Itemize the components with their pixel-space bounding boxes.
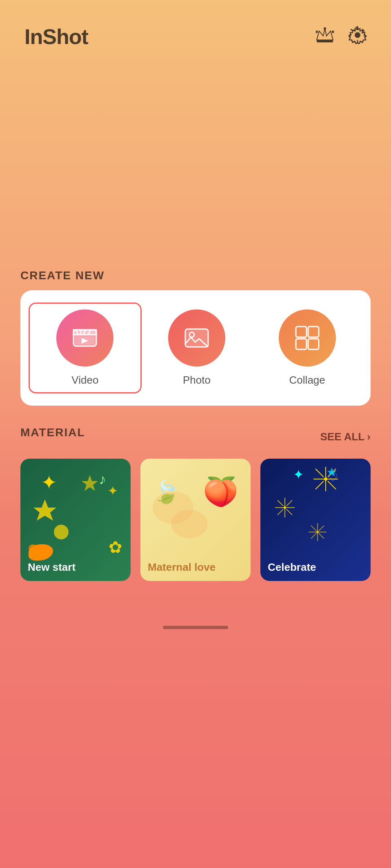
svg-rect-1 (317, 40, 333, 42)
svg-line-39 (287, 500, 292, 506)
material-section: MATERIAL SEE ALL › ✦ ✦ ♪ ✿ N (0, 406, 391, 597)
svg-rect-19 (308, 327, 319, 337)
svg-rect-20 (296, 339, 307, 349)
create-collage-item[interactable]: Collage (252, 304, 362, 392)
svg-marker-0 (317, 29, 333, 40)
svg-line-52 (311, 533, 316, 539)
create-video-item[interactable]: Video (29, 303, 142, 393)
app-logo: InShot (24, 24, 88, 49)
see-all-button[interactable]: SEE ALL › (320, 431, 371, 443)
svg-marker-55 (327, 468, 336, 476)
celebrate-label: Celebrate (268, 561, 316, 574)
material-cards: ✦ ✦ ♪ ✿ New start 🍑 🍃 (20, 459, 371, 581)
header: InShot (0, 0, 391, 57)
svg-marker-23 (33, 499, 56, 521)
svg-rect-21 (308, 339, 319, 349)
collage-label: Collage (289, 374, 325, 387)
home-indicator (163, 626, 228, 629)
svg-line-34 (315, 481, 324, 489)
svg-line-54 (311, 526, 316, 531)
svg-line-48 (319, 526, 324, 531)
video-circle (56, 309, 113, 367)
header-icons (316, 26, 367, 48)
svg-point-27 (171, 510, 208, 538)
svg-marker-25 (82, 475, 98, 491)
material-card-celebrate[interactable]: ✦ ♡ (260, 459, 371, 581)
svg-line-45 (278, 500, 283, 506)
svg-point-3 (324, 27, 326, 30)
material-card-maternal-love[interactable]: 🍑 🍃 Maternal love (140, 459, 251, 581)
video-label: Video (71, 374, 98, 387)
photo-circle (168, 309, 225, 367)
create-new-card: Video Photo (20, 290, 371, 406)
create-photo-item[interactable]: Photo (142, 304, 252, 392)
crown-icon[interactable] (316, 27, 334, 47)
svg-line-43 (278, 509, 283, 515)
svg-rect-18 (296, 327, 307, 337)
photo-label: Photo (183, 374, 211, 387)
collage-circle (279, 309, 336, 367)
svg-point-22 (54, 525, 69, 539)
svg-point-2 (316, 31, 318, 33)
svg-point-5 (355, 32, 360, 38)
material-header: MATERIAL SEE ALL › (20, 426, 371, 447)
new-start-label: New start (28, 561, 76, 574)
svg-point-24 (29, 544, 37, 552)
hero-spacer (0, 57, 391, 269)
svg-line-41 (287, 509, 292, 515)
create-new-title: CREATE NEW (20, 269, 371, 282)
chevron-right-icon: › (367, 431, 371, 443)
material-card-new-start[interactable]: ✦ ✦ ♪ ✿ New start (20, 459, 131, 581)
maternal-love-label: Maternal love (148, 561, 215, 574)
material-title: MATERIAL (20, 426, 85, 439)
create-new-section: CREATE NEW Video (0, 269, 391, 406)
svg-line-50 (319, 533, 324, 539)
bottom-bar (0, 614, 391, 641)
svg-point-4 (332, 31, 334, 33)
svg-line-32 (328, 481, 336, 489)
svg-line-36 (315, 469, 324, 477)
see-all-label: SEE ALL (320, 431, 365, 443)
settings-icon[interactable] (349, 26, 367, 48)
